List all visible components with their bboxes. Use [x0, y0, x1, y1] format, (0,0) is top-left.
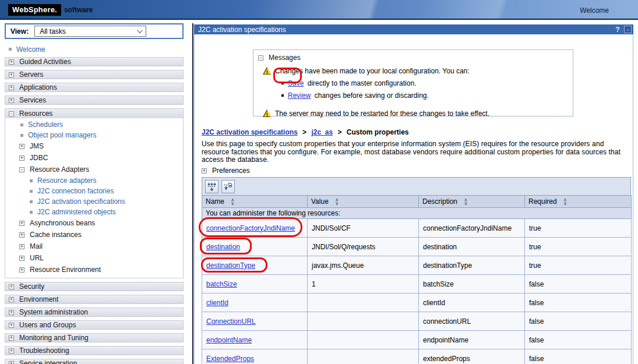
sidebar-item-guided-activities[interactable]: + Guided Activities — [5, 57, 184, 66]
table-toolbar — [202, 177, 631, 195]
sidebar-item-label: Resource Adapters — [30, 165, 89, 174]
column-header-name[interactable]: Name ∧∨ — [202, 196, 308, 208]
sidebar-item-label: Resource Environment — [30, 266, 101, 274]
bullet-icon — [20, 134, 23, 137]
sort-icon[interactable]: ∧∨ — [335, 199, 339, 205]
expand-icon[interactable]: + — [9, 335, 14, 341]
bullet-icon — [30, 179, 33, 182]
property-link-batchSize[interactable]: batchSize — [206, 280, 237, 288]
breadcrumb-link-j2c-activation-specifications[interactable]: J2C activation specifications — [202, 128, 298, 136]
sidebar-item-troubleshooting[interactable]: + Troubleshooting — [5, 346, 184, 355]
expand-icon[interactable]: + — [19, 256, 24, 261]
sidebar-item-asynchronous-beans[interactable]: + Asynchronous beans — [5, 217, 183, 229]
messages-header: - Messages — [258, 54, 573, 62]
sidebar-item-url[interactable]: + URL — [5, 252, 183, 264]
websphere-logo-text: WebSphere. — [8, 4, 61, 16]
column-header-value[interactable]: Value ∧∨ — [308, 196, 419, 208]
table-row: batchSize 1 batchSize false — [202, 275, 632, 294]
sidebar-item-mail[interactable]: + Mail — [5, 241, 183, 252]
resources-group: - Resources Schedulers Object pool manag… — [5, 108, 184, 278]
review-link[interactable]: Review — [288, 91, 311, 100]
sidebar-item-resources[interactable]: - Resources — [5, 109, 183, 118]
expand-icon[interactable]: + — [9, 98, 14, 103]
sidebar-link-j2c-administered-objects[interactable]: J2C administered objects — [37, 208, 116, 216]
property-link-endpointName[interactable]: endpointName — [206, 336, 252, 344]
expand-icon[interactable]: + — [9, 348, 14, 354]
sidebar-item-services[interactable]: + Services — [5, 96, 184, 105]
expand-icon[interactable]: + — [9, 361, 14, 364]
expand-icon[interactable]: + — [19, 232, 24, 238]
sidebar-link-welcome[interactable]: Welcome — [16, 45, 45, 54]
save-link[interactable]: Save — [288, 79, 304, 87]
expand-icon[interactable]: + — [9, 310, 14, 315]
expand-icon[interactable]: + — [19, 144, 24, 149]
property-link-destination[interactable]: destination — [206, 243, 240, 251]
expand-icon[interactable]: + — [9, 284, 14, 289]
expand-icon[interactable]: + — [19, 267, 24, 273]
show-filter-button[interactable] — [205, 180, 218, 193]
sidebar-item-system-administration[interactable]: + System administration — [5, 308, 184, 317]
property-link-ConnectionURL[interactable]: ConnectionURL — [206, 317, 256, 326]
sidebar-link-object-pool-managers[interactable]: Object pool managers — [28, 131, 96, 139]
sort-icon[interactable]: ∧∨ — [231, 199, 234, 205]
collapse-icon[interactable]: - — [9, 111, 14, 116]
expand-icon[interactable]: + — [9, 59, 14, 65]
column-label: Required — [528, 197, 557, 206]
sidebar-link-schedulers[interactable]: Schedulers — [28, 121, 63, 129]
view-select[interactable]: All tasks — [34, 26, 146, 37]
collapse-icon[interactable]: - — [19, 167, 24, 172]
sidebar-item-service-integration[interactable]: + Service integration — [5, 359, 184, 364]
expand-icon[interactable]: + — [202, 168, 207, 174]
bullet-icon — [20, 123, 23, 126]
minimize-button[interactable]: - — [624, 26, 632, 33]
property-link-clientId[interactable]: clientId — [206, 299, 228, 307]
sidebar-item-j2c-activation-specifications: J2C activation specifications — [5, 196, 183, 207]
sidebar-item-monitoring-and-tuning[interactable]: + Monitoring and Tuning — [5, 333, 184, 342]
expand-icon[interactable]: + — [9, 72, 14, 77]
sidebar-item-jdbc[interactable]: + JDBC — [5, 152, 183, 164]
sidebar-item-resource-adapters-group[interactable]: - Resource Adapters — [5, 164, 183, 175]
table-row: ExtendedProps extendedProps false — [202, 349, 632, 364]
sidebar-link-resource-adapters[interactable]: Resource adapters — [37, 176, 96, 185]
sidebar-item-applications[interactable]: + Applications — [5, 83, 184, 92]
sidebar-item-users-and-groups[interactable]: + Users and Groups — [5, 320, 184, 330]
sidebar-item-cache-instances[interactable]: + Cache instances — [5, 229, 183, 241]
table-header-row: Name ∧∨ Value ∧∨ Description ∧∨ Requir — [202, 196, 632, 208]
expand-icon[interactable]: + — [19, 221, 24, 226]
property-link-connectionFactoryJndiName[interactable]: connectionFactoryJndiName — [206, 224, 295, 232]
help-button[interactable]: ? — [613, 26, 622, 34]
software-logo-text: software — [64, 6, 93, 14]
sidebar-item-servers[interactable]: + Servers — [5, 70, 184, 79]
sidebar-item-environment[interactable]: + Environment — [5, 295, 184, 304]
sort-icon[interactable]: ∧∨ — [464, 199, 467, 205]
sidebar-link-j2c-connection-factories[interactable]: J2C connection factories — [37, 187, 114, 195]
sidebar-item-resource-environment[interactable]: + Resource Environment — [5, 264, 183, 275]
property-link-destinationType[interactable]: destinationType — [206, 261, 255, 270]
table-caption-row: You can administer the following resourc… — [202, 208, 632, 219]
collapse-icon[interactable]: - — [258, 55, 263, 61]
clear-filter-button[interactable] — [221, 180, 235, 193]
expand-icon[interactable]: + — [9, 297, 14, 302]
sort-icon[interactable]: ∧∨ — [563, 199, 567, 205]
bullet-icon — [281, 82, 284, 84]
sidebar-item-jms[interactable]: + JMS — [5, 140, 183, 152]
bullet-icon — [30, 190, 33, 193]
property-link-ExtendedProps[interactable]: ExtendedProps — [206, 355, 254, 363]
property-value: JNDI/Sol/CF — [308, 219, 419, 238]
column-header-description[interactable]: Description ∧∨ — [419, 196, 525, 208]
column-header-required[interactable]: Required ∧∨ — [525, 196, 632, 208]
expand-icon[interactable]: + — [9, 323, 14, 328]
breadcrumb-separator: > — [302, 128, 306, 136]
sidebar-item-label: Monitoring and Tuning — [19, 334, 89, 342]
admin-caption: You can administer the following resourc… — [202, 208, 632, 219]
expand-icon[interactable]: + — [19, 156, 24, 161]
sidebar-item-security[interactable]: + Security — [5, 282, 184, 291]
expand-icon[interactable]: + — [19, 244, 24, 249]
navigation-sidebar: View: All tasks Welcome + Guided Activit… — [5, 23, 184, 364]
expand-icon[interactable]: + — [9, 85, 14, 90]
websphere-logo: WebSphere. software — [8, 4, 93, 16]
table-row: connectionFactoryJndiName JNDI/Sol/CF co… — [202, 219, 632, 238]
preferences-toggle[interactable]: + Preferences — [202, 167, 250, 175]
breadcrumb-link-j2c-as[interactable]: j2c_as — [311, 128, 333, 136]
sidebar-link-j2c-activation-specifications[interactable]: J2C activation specifications — [37, 197, 125, 206]
